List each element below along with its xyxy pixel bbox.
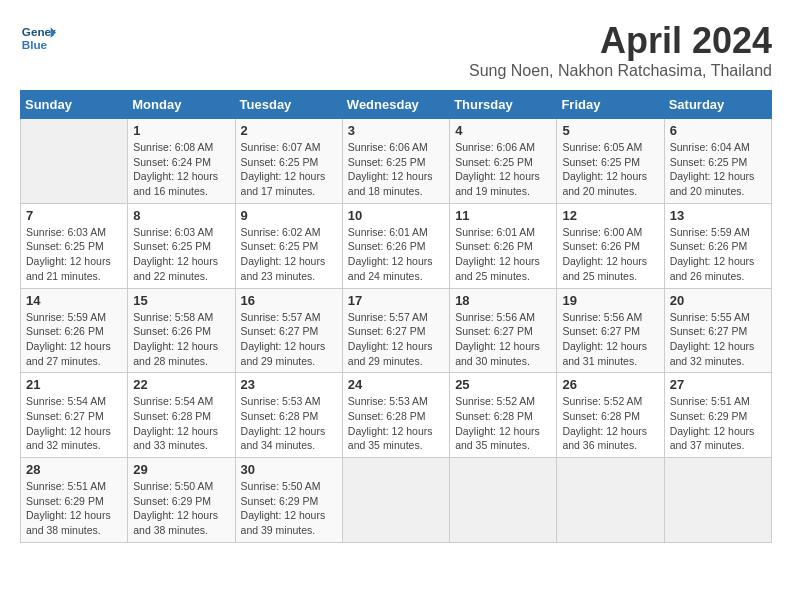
weekday-header: Monday	[128, 91, 235, 119]
day-info: Sunrise: 5:57 AM Sunset: 6:27 PM Dayligh…	[241, 310, 337, 369]
day-number: 1	[133, 123, 229, 138]
day-number: 21	[26, 377, 122, 392]
day-info: Sunrise: 6:02 AM Sunset: 6:25 PM Dayligh…	[241, 225, 337, 284]
day-number: 29	[133, 462, 229, 477]
logo-icon: General Blue	[20, 20, 56, 56]
day-number: 30	[241, 462, 337, 477]
day-number: 20	[670, 293, 766, 308]
calendar-cell: 16Sunrise: 5:57 AM Sunset: 6:27 PM Dayli…	[235, 288, 342, 373]
day-number: 15	[133, 293, 229, 308]
day-info: Sunrise: 5:53 AM Sunset: 6:28 PM Dayligh…	[348, 394, 444, 453]
weekday-header: Tuesday	[235, 91, 342, 119]
day-info: Sunrise: 5:56 AM Sunset: 6:27 PM Dayligh…	[455, 310, 551, 369]
calendar-table: SundayMondayTuesdayWednesdayThursdayFrid…	[20, 90, 772, 543]
day-number: 11	[455, 208, 551, 223]
day-info: Sunrise: 6:07 AM Sunset: 6:25 PM Dayligh…	[241, 140, 337, 199]
calendar-cell: 23Sunrise: 5:53 AM Sunset: 6:28 PM Dayli…	[235, 373, 342, 458]
calendar-cell: 5Sunrise: 6:05 AM Sunset: 6:25 PM Daylig…	[557, 119, 664, 204]
day-number: 18	[455, 293, 551, 308]
weekday-header: Saturday	[664, 91, 771, 119]
day-info: Sunrise: 6:03 AM Sunset: 6:25 PM Dayligh…	[133, 225, 229, 284]
day-info: Sunrise: 6:03 AM Sunset: 6:25 PM Dayligh…	[26, 225, 122, 284]
weekday-header: Wednesday	[342, 91, 449, 119]
day-number: 8	[133, 208, 229, 223]
calendar-week-row: 21Sunrise: 5:54 AM Sunset: 6:27 PM Dayli…	[21, 373, 772, 458]
calendar-cell: 8Sunrise: 6:03 AM Sunset: 6:25 PM Daylig…	[128, 203, 235, 288]
calendar-cell: 15Sunrise: 5:58 AM Sunset: 6:26 PM Dayli…	[128, 288, 235, 373]
location-title: Sung Noen, Nakhon Ratchasima, Thailand	[469, 62, 772, 80]
day-number: 19	[562, 293, 658, 308]
calendar-cell	[557, 458, 664, 543]
day-info: Sunrise: 5:56 AM Sunset: 6:27 PM Dayligh…	[562, 310, 658, 369]
calendar-cell: 21Sunrise: 5:54 AM Sunset: 6:27 PM Dayli…	[21, 373, 128, 458]
day-number: 16	[241, 293, 337, 308]
day-info: Sunrise: 5:57 AM Sunset: 6:27 PM Dayligh…	[348, 310, 444, 369]
calendar-cell	[450, 458, 557, 543]
day-info: Sunrise: 5:54 AM Sunset: 6:27 PM Dayligh…	[26, 394, 122, 453]
calendar-cell: 17Sunrise: 5:57 AM Sunset: 6:27 PM Dayli…	[342, 288, 449, 373]
title-block: April 2024 Sung Noen, Nakhon Ratchasima,…	[469, 20, 772, 80]
day-number: 2	[241, 123, 337, 138]
svg-text:Blue: Blue	[22, 38, 48, 51]
calendar-cell: 19Sunrise: 5:56 AM Sunset: 6:27 PM Dayli…	[557, 288, 664, 373]
calendar-cell: 1Sunrise: 6:08 AM Sunset: 6:24 PM Daylig…	[128, 119, 235, 204]
day-info: Sunrise: 6:00 AM Sunset: 6:26 PM Dayligh…	[562, 225, 658, 284]
calendar-cell: 10Sunrise: 6:01 AM Sunset: 6:26 PM Dayli…	[342, 203, 449, 288]
day-number: 17	[348, 293, 444, 308]
day-number: 26	[562, 377, 658, 392]
calendar-cell: 7Sunrise: 6:03 AM Sunset: 6:25 PM Daylig…	[21, 203, 128, 288]
calendar-cell: 29Sunrise: 5:50 AM Sunset: 6:29 PM Dayli…	[128, 458, 235, 543]
calendar-cell: 11Sunrise: 6:01 AM Sunset: 6:26 PM Dayli…	[450, 203, 557, 288]
calendar-cell: 13Sunrise: 5:59 AM Sunset: 6:26 PM Dayli…	[664, 203, 771, 288]
day-info: Sunrise: 5:50 AM Sunset: 6:29 PM Dayligh…	[133, 479, 229, 538]
day-info: Sunrise: 6:06 AM Sunset: 6:25 PM Dayligh…	[348, 140, 444, 199]
calendar-cell: 25Sunrise: 5:52 AM Sunset: 6:28 PM Dayli…	[450, 373, 557, 458]
calendar-week-row: 7Sunrise: 6:03 AM Sunset: 6:25 PM Daylig…	[21, 203, 772, 288]
day-info: Sunrise: 6:08 AM Sunset: 6:24 PM Dayligh…	[133, 140, 229, 199]
logo: General Blue	[20, 20, 56, 56]
day-number: 7	[26, 208, 122, 223]
calendar-cell: 27Sunrise: 5:51 AM Sunset: 6:29 PM Dayli…	[664, 373, 771, 458]
day-info: Sunrise: 6:01 AM Sunset: 6:26 PM Dayligh…	[348, 225, 444, 284]
calendar-cell: 14Sunrise: 5:59 AM Sunset: 6:26 PM Dayli…	[21, 288, 128, 373]
day-number: 23	[241, 377, 337, 392]
day-info: Sunrise: 5:54 AM Sunset: 6:28 PM Dayligh…	[133, 394, 229, 453]
day-number: 5	[562, 123, 658, 138]
weekday-header: Friday	[557, 91, 664, 119]
page-header: General Blue April 2024 Sung Noen, Nakho…	[20, 20, 772, 80]
day-number: 28	[26, 462, 122, 477]
day-number: 3	[348, 123, 444, 138]
calendar-cell: 30Sunrise: 5:50 AM Sunset: 6:29 PM Dayli…	[235, 458, 342, 543]
day-info: Sunrise: 6:05 AM Sunset: 6:25 PM Dayligh…	[562, 140, 658, 199]
day-number: 12	[562, 208, 658, 223]
calendar-week-row: 28Sunrise: 5:51 AM Sunset: 6:29 PM Dayli…	[21, 458, 772, 543]
calendar-cell: 3Sunrise: 6:06 AM Sunset: 6:25 PM Daylig…	[342, 119, 449, 204]
day-info: Sunrise: 5:59 AM Sunset: 6:26 PM Dayligh…	[26, 310, 122, 369]
weekday-header: Sunday	[21, 91, 128, 119]
calendar-cell: 26Sunrise: 5:52 AM Sunset: 6:28 PM Dayli…	[557, 373, 664, 458]
calendar-cell	[664, 458, 771, 543]
calendar-cell	[342, 458, 449, 543]
day-info: Sunrise: 5:52 AM Sunset: 6:28 PM Dayligh…	[562, 394, 658, 453]
day-info: Sunrise: 5:55 AM Sunset: 6:27 PM Dayligh…	[670, 310, 766, 369]
day-info: Sunrise: 6:06 AM Sunset: 6:25 PM Dayligh…	[455, 140, 551, 199]
calendar-header-row: SundayMondayTuesdayWednesdayThursdayFrid…	[21, 91, 772, 119]
calendar-cell: 22Sunrise: 5:54 AM Sunset: 6:28 PM Dayli…	[128, 373, 235, 458]
calendar-cell: 2Sunrise: 6:07 AM Sunset: 6:25 PM Daylig…	[235, 119, 342, 204]
day-number: 9	[241, 208, 337, 223]
day-number: 10	[348, 208, 444, 223]
day-info: Sunrise: 5:59 AM Sunset: 6:26 PM Dayligh…	[670, 225, 766, 284]
day-number: 4	[455, 123, 551, 138]
month-title: April 2024	[469, 20, 772, 62]
day-number: 27	[670, 377, 766, 392]
day-number: 22	[133, 377, 229, 392]
day-info: Sunrise: 5:51 AM Sunset: 6:29 PM Dayligh…	[26, 479, 122, 538]
calendar-cell: 28Sunrise: 5:51 AM Sunset: 6:29 PM Dayli…	[21, 458, 128, 543]
day-info: Sunrise: 5:52 AM Sunset: 6:28 PM Dayligh…	[455, 394, 551, 453]
day-number: 14	[26, 293, 122, 308]
day-info: Sunrise: 5:51 AM Sunset: 6:29 PM Dayligh…	[670, 394, 766, 453]
calendar-week-row: 1Sunrise: 6:08 AM Sunset: 6:24 PM Daylig…	[21, 119, 772, 204]
weekday-header: Thursday	[450, 91, 557, 119]
day-number: 6	[670, 123, 766, 138]
day-number: 25	[455, 377, 551, 392]
